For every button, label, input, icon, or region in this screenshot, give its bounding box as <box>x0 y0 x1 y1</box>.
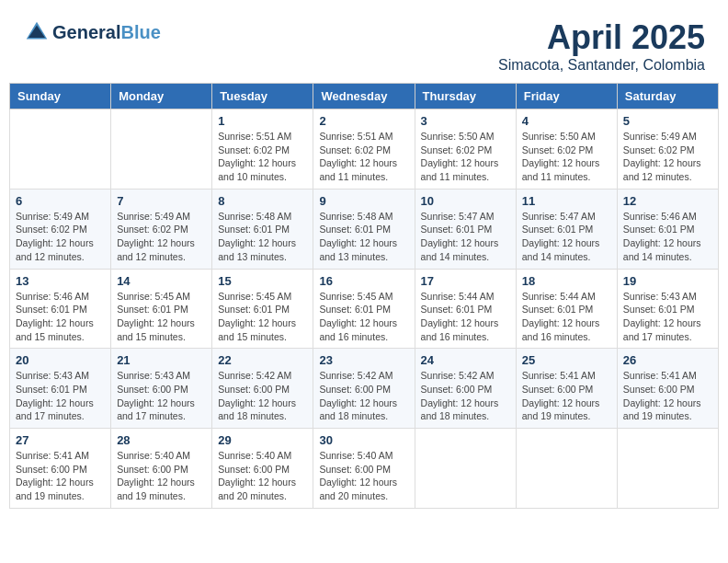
day-number: 12 <box>623 194 712 208</box>
day-detail: Sunrise: 5:41 AM Sunset: 6:00 PM Dayligh… <box>522 369 611 423</box>
day-number: 24 <box>421 353 510 367</box>
day-cell: 11Sunrise: 5:47 AM Sunset: 6:01 PM Dayli… <box>516 189 617 269</box>
week-row-4: 20Sunrise: 5:43 AM Sunset: 6:01 PM Dayli… <box>10 349 719 429</box>
day-cell: 26Sunrise: 5:41 AM Sunset: 6:00 PM Dayli… <box>617 349 718 429</box>
subtitle: Simacota, Santander, Colombia <box>498 57 705 74</box>
day-cell: 17Sunrise: 5:44 AM Sunset: 6:01 PM Dayli… <box>415 269 516 349</box>
day-number: 3 <box>421 114 510 128</box>
day-cell <box>10 109 111 190</box>
day-cell: 21Sunrise: 5:43 AM Sunset: 6:00 PM Dayli… <box>111 349 212 429</box>
day-detail: Sunrise: 5:49 AM Sunset: 6:02 PM Dayligh… <box>117 210 206 264</box>
day-number: 17 <box>421 274 510 288</box>
calendar: SundayMondayTuesdayWednesdayThursdayFrid… <box>9 83 719 509</box>
day-detail: Sunrise: 5:47 AM Sunset: 6:01 PM Dayligh… <box>522 210 611 264</box>
day-cell: 2Sunrise: 5:51 AM Sunset: 6:02 PM Daylig… <box>313 109 415 190</box>
col-header-sunday: Sunday <box>10 84 111 109</box>
day-detail: Sunrise: 5:48 AM Sunset: 6:01 PM Dayligh… <box>319 210 408 264</box>
day-detail: Sunrise: 5:43 AM Sunset: 6:01 PM Dayligh… <box>623 290 712 344</box>
day-cell: 20Sunrise: 5:43 AM Sunset: 6:01 PM Dayli… <box>10 349 111 429</box>
day-cell: 30Sunrise: 5:40 AM Sunset: 6:00 PM Dayli… <box>313 429 415 509</box>
day-cell <box>516 429 617 509</box>
day-detail: Sunrise: 5:47 AM Sunset: 6:01 PM Dayligh… <box>421 210 510 264</box>
day-number: 5 <box>623 114 712 128</box>
logo-blue: Blue <box>120 22 160 42</box>
day-cell: 23Sunrise: 5:42 AM Sunset: 6:00 PM Dayli… <box>313 349 415 429</box>
day-number: 2 <box>319 114 408 128</box>
day-number: 7 <box>117 194 206 208</box>
calendar-header-row: SundayMondayTuesdayWednesdayThursdayFrid… <box>10 84 719 109</box>
day-detail: Sunrise: 5:51 AM Sunset: 6:02 PM Dayligh… <box>319 130 408 184</box>
col-header-wednesday: Wednesday <box>313 84 415 109</box>
day-detail: Sunrise: 5:43 AM Sunset: 6:01 PM Dayligh… <box>16 369 105 423</box>
day-detail: Sunrise: 5:42 AM Sunset: 6:00 PM Dayligh… <box>319 369 408 423</box>
day-number: 13 <box>16 274 105 288</box>
day-number: 20 <box>16 353 105 367</box>
col-header-friday: Friday <box>516 84 617 109</box>
week-row-2: 6Sunrise: 5:49 AM Sunset: 6:02 PM Daylig… <box>10 189 719 269</box>
day-cell: 4Sunrise: 5:50 AM Sunset: 6:02 PM Daylig… <box>516 109 617 190</box>
week-row-3: 13Sunrise: 5:46 AM Sunset: 6:01 PM Dayli… <box>10 269 719 349</box>
col-header-monday: Monday <box>111 84 212 109</box>
day-number: 10 <box>421 194 510 208</box>
day-number: 6 <box>16 194 105 208</box>
day-number: 8 <box>218 194 307 208</box>
day-cell: 12Sunrise: 5:46 AM Sunset: 6:01 PM Dayli… <box>617 189 718 269</box>
day-cell: 22Sunrise: 5:42 AM Sunset: 6:00 PM Dayli… <box>212 349 313 429</box>
day-cell: 27Sunrise: 5:41 AM Sunset: 6:00 PM Dayli… <box>10 429 111 509</box>
col-header-tuesday: Tuesday <box>212 84 313 109</box>
day-cell <box>111 109 212 190</box>
day-detail: Sunrise: 5:46 AM Sunset: 6:01 PM Dayligh… <box>16 290 105 344</box>
day-detail: Sunrise: 5:51 AM Sunset: 6:02 PM Dayligh… <box>218 130 307 184</box>
day-cell: 13Sunrise: 5:46 AM Sunset: 6:01 PM Dayli… <box>10 269 111 349</box>
day-detail: Sunrise: 5:40 AM Sunset: 6:00 PM Dayligh… <box>117 449 206 503</box>
day-detail: Sunrise: 5:49 AM Sunset: 6:02 PM Dayligh… <box>16 210 105 264</box>
logo: GeneralBlue <box>23 18 161 46</box>
day-number: 1 <box>218 114 307 128</box>
day-number: 30 <box>319 433 408 447</box>
day-detail: Sunrise: 5:43 AM Sunset: 6:00 PM Dayligh… <box>117 369 206 423</box>
day-number: 29 <box>218 433 307 447</box>
day-cell <box>617 429 718 509</box>
day-number: 9 <box>319 194 408 208</box>
day-number: 26 <box>623 353 712 367</box>
day-cell: 7Sunrise: 5:49 AM Sunset: 6:02 PM Daylig… <box>111 189 212 269</box>
day-cell: 24Sunrise: 5:42 AM Sunset: 6:00 PM Dayli… <box>415 349 516 429</box>
day-detail: Sunrise: 5:41 AM Sunset: 6:00 PM Dayligh… <box>623 369 712 423</box>
day-number: 21 <box>117 353 206 367</box>
day-cell: 15Sunrise: 5:45 AM Sunset: 6:01 PM Dayli… <box>212 269 313 349</box>
logo-icon <box>23 18 51 46</box>
month-title: April 2025 <box>498 18 705 57</box>
day-detail: Sunrise: 5:44 AM Sunset: 6:01 PM Dayligh… <box>421 290 510 344</box>
day-detail: Sunrise: 5:45 AM Sunset: 6:01 PM Dayligh… <box>218 290 307 344</box>
day-number: 4 <box>522 114 611 128</box>
day-cell <box>415 429 516 509</box>
day-detail: Sunrise: 5:44 AM Sunset: 6:01 PM Dayligh… <box>522 290 611 344</box>
day-number: 15 <box>218 274 307 288</box>
day-cell: 9Sunrise: 5:48 AM Sunset: 6:01 PM Daylig… <box>313 189 415 269</box>
day-cell: 16Sunrise: 5:45 AM Sunset: 6:01 PM Dayli… <box>313 269 415 349</box>
day-number: 22 <box>218 353 307 367</box>
day-detail: Sunrise: 5:42 AM Sunset: 6:00 PM Dayligh… <box>218 369 307 423</box>
day-number: 28 <box>117 433 206 447</box>
day-number: 27 <box>16 433 105 447</box>
day-cell: 3Sunrise: 5:50 AM Sunset: 6:02 PM Daylig… <box>415 109 516 190</box>
day-number: 25 <box>522 353 611 367</box>
header: GeneralBlue April 2025 Simacota, Santand… <box>9 9 719 78</box>
day-cell: 10Sunrise: 5:47 AM Sunset: 6:01 PM Dayli… <box>415 189 516 269</box>
day-cell: 14Sunrise: 5:45 AM Sunset: 6:01 PM Dayli… <box>111 269 212 349</box>
day-detail: Sunrise: 5:50 AM Sunset: 6:02 PM Dayligh… <box>522 130 611 184</box>
day-detail: Sunrise: 5:46 AM Sunset: 6:01 PM Dayligh… <box>623 210 712 264</box>
day-cell: 29Sunrise: 5:40 AM Sunset: 6:00 PM Dayli… <box>212 429 313 509</box>
col-header-saturday: Saturday <box>617 84 718 109</box>
col-header-thursday: Thursday <box>415 84 516 109</box>
day-cell: 1Sunrise: 5:51 AM Sunset: 6:02 PM Daylig… <box>212 109 313 190</box>
day-detail: Sunrise: 5:42 AM Sunset: 6:00 PM Dayligh… <box>421 369 510 423</box>
logo-general: General <box>52 22 120 42</box>
day-detail: Sunrise: 5:49 AM Sunset: 6:02 PM Dayligh… <box>623 130 712 184</box>
day-number: 11 <box>522 194 611 208</box>
day-number: 19 <box>623 274 712 288</box>
day-cell: 25Sunrise: 5:41 AM Sunset: 6:00 PM Dayli… <box>516 349 617 429</box>
day-detail: Sunrise: 5:45 AM Sunset: 6:01 PM Dayligh… <box>319 290 408 344</box>
day-detail: Sunrise: 5:41 AM Sunset: 6:00 PM Dayligh… <box>16 449 105 503</box>
day-detail: Sunrise: 5:48 AM Sunset: 6:01 PM Dayligh… <box>218 210 307 264</box>
